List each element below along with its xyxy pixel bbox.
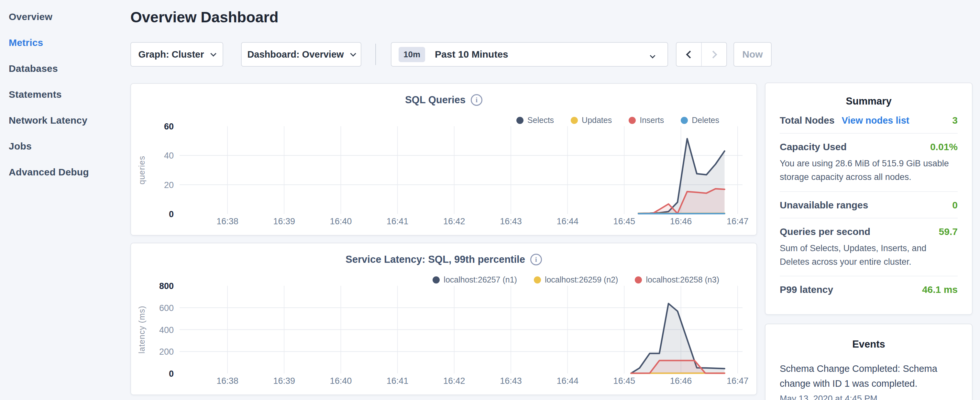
svg-text:16:40: 16:40 [330, 217, 352, 226]
svg-text:16:44: 16:44 [557, 376, 579, 386]
toolbar-divider [375, 44, 376, 65]
legend-dot-icon [635, 276, 642, 284]
summary-label: Queries per second [780, 226, 870, 237]
summary-label: P99 latency [780, 284, 833, 295]
legend-label: Updates [582, 116, 612, 125]
sidebar-item-network-latency[interactable]: Network Latency [0, 107, 130, 133]
summary-panel: Summary Total Nodes View nodes list 3 Ca… [765, 83, 972, 315]
legend-dot-icon [516, 117, 523, 124]
legend-item: Selects [516, 116, 554, 125]
chevron-down-icon [350, 51, 356, 56]
svg-text:16:47: 16:47 [727, 217, 749, 226]
legend-item: localhost:26258 (n3) [635, 275, 719, 284]
dashboard-dropdown[interactable]: Dashboard: Overview [241, 42, 361, 67]
svg-text:16:40: 16:40 [330, 376, 352, 386]
view-nodes-list-link[interactable]: View nodes list [842, 115, 909, 126]
summary-row-p99-latency: P99 latency 46.1 ms [780, 276, 958, 302]
summary-value: 3 [952, 115, 958, 126]
legend-item: Deletes [681, 116, 719, 125]
event-text: Schema Change Completed: Schema change w… [780, 361, 958, 391]
legend-dot-icon [681, 117, 688, 124]
summary-row-queries-per-second: Queries per second 59.7 Sum of Selects, … [780, 218, 958, 276]
event-timestamp: May 13, 2020 at 4:45 PM [780, 394, 958, 400]
main-content: Overview Dashboard Graph: Cluster Dashbo… [130, 0, 980, 400]
time-forward-button[interactable] [701, 43, 726, 66]
summary-label: Unavailable ranges [780, 200, 868, 211]
time-range-badge: 10m [399, 47, 425, 62]
service-latency-chart[interactable]: 16:3816:3916:4016:4116:4216:4316:4416:45… [131, 243, 758, 396]
svg-text:0: 0 [169, 209, 174, 219]
graph-dropdown[interactable]: Graph: Cluster [130, 42, 223, 67]
summary-title: Summary [780, 96, 958, 107]
service-latency-chart-card: 16:3816:3916:4016:4116:4216:4316:4416:45… [130, 243, 757, 395]
sql-queries-chart-card: 16:3816:3916:4016:4116:4216:4316:4416:45… [130, 83, 757, 236]
svg-text:latency (ms): latency (ms) [137, 306, 146, 354]
svg-text:200: 200 [159, 347, 174, 357]
sidebar: Overview Metrics Databases Statements Ne… [0, 0, 130, 400]
summary-description: You are using 28.6 MiB of 515.9 GiB usab… [780, 157, 958, 184]
time-back-button[interactable] [676, 43, 701, 66]
legend-dot-icon [433, 276, 440, 284]
event-list-item: Schema Change Completed: Schema change w… [780, 361, 958, 400]
chart-legend: SelectsUpdatesInsertsDeletes [516, 116, 719, 125]
svg-text:16:38: 16:38 [216, 217, 239, 226]
legend-label: localhost:26257 (n1) [444, 275, 517, 284]
legend-label: localhost:26259 (n2) [545, 275, 618, 284]
legend-item: Updates [571, 116, 612, 125]
events-title: Events [780, 338, 958, 350]
svg-text:16:42: 16:42 [443, 217, 465, 226]
sidebar-item-advanced-debug[interactable]: Advanced Debug [0, 159, 130, 185]
sidebar-item-overview[interactable]: Overview [0, 4, 130, 30]
time-range-label: Past 10 Minutes [435, 49, 508, 60]
summary-value: 0.01% [930, 142, 958, 153]
svg-text:16:39: 16:39 [273, 217, 295, 226]
summary-description: Sum of Selects, Updates, Inserts, and De… [780, 242, 958, 269]
svg-text:16:39: 16:39 [273, 376, 295, 386]
chevron-left-icon [686, 51, 694, 58]
summary-label: Total Nodes [780, 115, 834, 126]
svg-text:16:42: 16:42 [443, 376, 465, 386]
summary-row-capacity-used: Capacity Used 0.01% You are using 28.6 M… [780, 133, 958, 191]
svg-text:60: 60 [164, 122, 174, 131]
legend-dot-icon [534, 276, 541, 284]
summary-value: 59.7 [939, 226, 958, 237]
info-icon[interactable]: i [530, 254, 542, 265]
chart-title: SQL Queries [405, 94, 466, 106]
info-icon[interactable]: i [471, 94, 482, 106]
sidebar-item-jobs[interactable]: Jobs [0, 133, 130, 159]
sidebar-item-statements[interactable]: Statements [0, 81, 130, 107]
legend-label: Deletes [692, 116, 719, 125]
svg-text:16:41: 16:41 [387, 217, 409, 226]
graph-dropdown-label: Graph: Cluster [138, 49, 204, 60]
time-range-dropdown[interactable]: 10m Past 10 Minutes [391, 42, 668, 67]
summary-value: 46.1 ms [922, 284, 958, 295]
svg-text:600: 600 [159, 303, 174, 313]
events-panel: Events Schema Change Completed: Schema c… [765, 324, 972, 400]
time-nav-arrows [676, 42, 727, 67]
sidebar-item-metrics[interactable]: Metrics [0, 30, 130, 56]
svg-text:16:38: 16:38 [216, 376, 239, 386]
legend-label: Inserts [640, 116, 664, 125]
svg-text:16:45: 16:45 [613, 217, 635, 226]
summary-row-unavailable-ranges: Unavailable ranges 0 [780, 191, 958, 218]
legend-item: localhost:26257 (n1) [433, 275, 517, 284]
now-button[interactable]: Now [733, 42, 772, 67]
dashboard-dropdown-label: Dashboard: Overview [247, 49, 344, 60]
svg-text:16:41: 16:41 [387, 376, 409, 386]
svg-text:20: 20 [164, 180, 174, 190]
summary-row-total-nodes: Total Nodes View nodes list 3 [780, 107, 958, 133]
chart-title: Service Latency: SQL, 99th percentile [345, 254, 525, 265]
legend-dot-icon [628, 117, 636, 124]
legend-item: localhost:26259 (n2) [534, 275, 618, 284]
svg-text:16:47: 16:47 [727, 376, 749, 386]
svg-text:40: 40 [164, 151, 174, 161]
svg-text:400: 400 [159, 325, 174, 335]
legend-dot-icon [571, 117, 578, 124]
svg-text:16:44: 16:44 [557, 217, 579, 226]
chevron-down-icon [210, 51, 216, 56]
legend-label: Selects [527, 116, 554, 125]
sql-queries-chart[interactable]: 16:3816:3916:4016:4116:4216:4316:4416:45… [131, 84, 758, 236]
svg-text:16:46: 16:46 [670, 376, 692, 386]
svg-text:queries: queries [137, 156, 146, 185]
sidebar-item-databases[interactable]: Databases [0, 56, 130, 81]
